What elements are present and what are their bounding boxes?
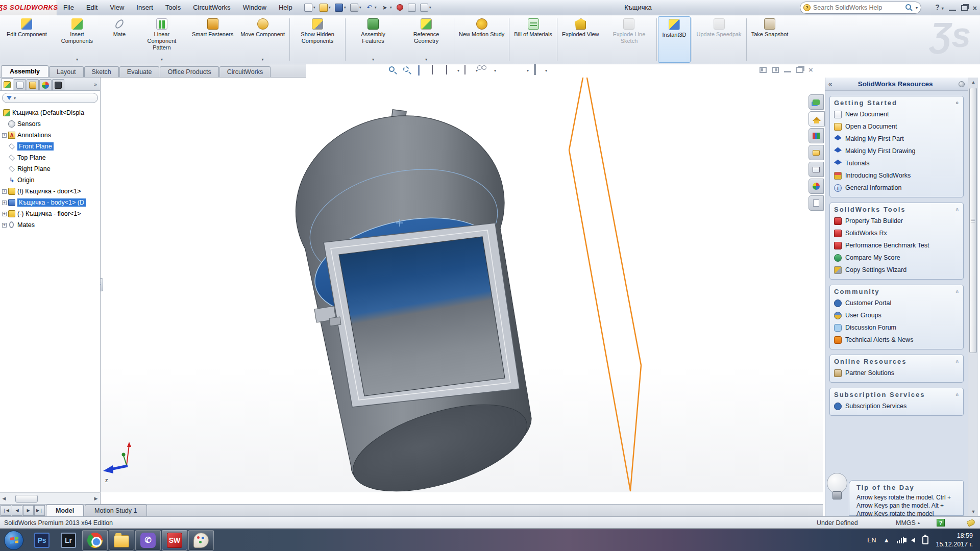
next-tab-button[interactable]: ▶ (23, 505, 34, 516)
link-new-document[interactable]: New Document (830, 108, 963, 120)
ribbon-button-move-component[interactable]: Move Component ▾ (237, 16, 288, 63)
ribbon-button-take-snapshot[interactable]: Take Snapshot (748, 16, 792, 63)
link-customer-portal[interactable]: Customer Portal (830, 297, 963, 309)
link-making-my-first-drawing[interactable]: Making My First Drawing (830, 145, 963, 157)
tab-evaluate[interactable]: Evaluate (119, 66, 160, 77)
menu-help[interactable]: Help (273, 0, 299, 15)
split-pane-left-icon[interactable] (760, 67, 767, 73)
section-header[interactable]: Subscription Services « (830, 388, 963, 400)
tree-item-top-plane[interactable]: Top Plane (1, 152, 100, 163)
ribbon-button-edit-component[interactable]: Edit Component (3, 16, 51, 63)
rebuild-button[interactable] (395, 3, 405, 12)
tree-item-right-plane[interactable]: Right Plane (1, 163, 100, 174)
ribbon-button-bill-of-materials[interactable]: Bill of Materials (510, 16, 556, 63)
link-solidworks-rx[interactable]: SolidWorks Rx (830, 227, 963, 239)
restore-button[interactable] (961, 5, 968, 11)
link-performance-benchmark-test[interactable]: Performance Benchmark Test (830, 239, 963, 252)
collapse-chevron-icon[interactable]: « (955, 208, 961, 211)
filter-dropdown-arrow[interactable]: ▾ (14, 96, 16, 101)
tab-design-library[interactable] (808, 128, 824, 143)
link-copy-settings-wizard[interactable]: Copy Settings Wizard (830, 264, 963, 276)
tree-item-floor[interactable]: + (-) Къщичка - floor<1> (1, 208, 100, 219)
first-tab-button[interactable]: ❘◀ (1, 505, 11, 516)
hide-show-items-icon[interactable] (482, 65, 492, 76)
ribbon-button-assembly-features[interactable]: Assembly Features ▾ (347, 16, 400, 63)
link-general-information[interactable]: iGeneral Information (830, 182, 963, 194)
menu-circuitworks[interactable]: CircuitWorks (187, 0, 236, 15)
menu-edit[interactable]: Edit (80, 0, 104, 15)
tab-configurationmanager[interactable] (27, 79, 39, 90)
ribbon-button-new-motion-study[interactable]: New Motion Study (455, 16, 508, 63)
tab-assembly[interactable]: Assembly (1, 65, 48, 77)
link-introducing-solidworks[interactable]: Introducing SolidWorks (830, 169, 963, 182)
prev-tab-button[interactable]: ◀ (12, 505, 22, 516)
tag-icon[interactable] (966, 518, 975, 527)
units-dropdown-arrow[interactable]: ▴ (918, 520, 920, 525)
horizontal-scrollbar[interactable]: ◀ ▶ (0, 492, 101, 504)
more-tabs-chevron[interactable]: » (94, 81, 97, 87)
link-tutorials[interactable]: Tutorials (830, 157, 963, 169)
zoom-to-fit-icon[interactable] (388, 65, 398, 76)
app-help-button[interactable]: ? ▾ (935, 2, 943, 14)
language-indicator[interactable]: EN (867, 537, 876, 544)
tree-item-mates[interactable]: + Mates (1, 219, 100, 231)
tab-motion-study-1[interactable]: Motion Study 1 (85, 505, 146, 516)
tree-item-origin[interactable]: ↳ Origin (1, 174, 100, 186)
collapse-chevron-icon[interactable]: « (955, 290, 961, 293)
link-user-groups[interactable]: User Groups (830, 309, 963, 321)
taskbar-app-paint[interactable] (188, 530, 214, 550)
tree-item-door[interactable]: + (f) Къщичка - door<1> (1, 186, 100, 197)
menu-window[interactable]: Window (237, 0, 273, 15)
collapse-chevron-icon[interactable]: « (955, 393, 961, 396)
taskbar-app-solidworks[interactable]: SW (162, 530, 187, 550)
menu-insert[interactable]: Insert (130, 0, 159, 15)
clock[interactable]: 18:59 15.12.2017 г. (936, 532, 973, 549)
dropdown-arrow-icon[interactable]: ▾ (262, 57, 264, 62)
tab-displaymanager[interactable] (39, 79, 52, 90)
section-header[interactable]: Online Resources « (830, 355, 963, 367)
search-icon[interactable] (905, 4, 913, 12)
doc-restore-icon[interactable] (796, 67, 803, 73)
view-orientation-icon[interactable] (445, 65, 455, 76)
collapse-chevron-icon[interactable]: « (955, 102, 961, 105)
minimize-button[interactable] (949, 5, 956, 11)
select-button[interactable]: ➤▾ (379, 3, 394, 13)
ribbon-button-mate[interactable]: Mate (104, 16, 135, 63)
split-pane-right-icon[interactable] (772, 67, 779, 73)
undo-button[interactable]: ↶▾ (364, 3, 378, 13)
section-header[interactable]: Community « (830, 285, 963, 297)
scroll-right-arrow[interactable]: ▶ (92, 496, 100, 501)
last-tab-button[interactable]: ▶❘ (34, 505, 45, 516)
new-document-button[interactable]: ▾ (303, 3, 317, 13)
hidden-icons-arrow[interactable]: ▲ (884, 537, 890, 544)
volume-icon[interactable] (911, 538, 915, 543)
dropdown-arrow-icon[interactable]: ▾ (545, 68, 547, 73)
taskbar-app-lightroom[interactable]: Lr (56, 530, 81, 550)
tree-item-front-plane[interactable]: Front Plane (1, 141, 100, 152)
link-open-a-document[interactable]: Open a Document (830, 120, 963, 133)
scroll-up-arrow[interactable]: ▲ (968, 78, 978, 87)
taskbar-app-photoshop[interactable]: Ps (29, 530, 55, 550)
tab-circuitworks-pane[interactable] (52, 79, 64, 90)
zoom-to-area-icon[interactable] (402, 65, 412, 76)
scroll-left-arrow[interactable]: ◀ (0, 496, 8, 501)
section-header[interactable]: Getting Started « (830, 96, 963, 108)
view-settings-icon[interactable] (500, 65, 510, 76)
link-property-tab-builder[interactable]: Property Tab Builder (830, 215, 963, 227)
tree-item-sensors[interactable]: Sensors (1, 118, 100, 130)
taskbar-app-chrome[interactable] (82, 530, 108, 550)
orange-sketch-outline[interactable] (569, 78, 641, 491)
print-button[interactable]: ▾ (349, 3, 363, 13)
vertical-scrollbar[interactable]: ▲ ——— ▼ (968, 78, 978, 516)
tab-view-palette[interactable] (808, 162, 824, 177)
ribbon-button-insert-components[interactable]: Insert Components ▾ (51, 16, 104, 63)
edit-appearance-icon[interactable] (514, 65, 525, 76)
dropdown-arrow-icon[interactable]: ▾ (76, 57, 78, 62)
tree-filter[interactable]: ▾ (2, 93, 98, 103)
tab-sketch[interactable]: Sketch (84, 66, 119, 77)
dropdown-arrow-icon[interactable]: ▾ (457, 68, 459, 73)
ribbon-button-exploded-view[interactable]: Exploded View (558, 16, 603, 63)
link-discussion-forum[interactable]: Discussion Forum (830, 321, 963, 334)
units-selector[interactable]: MMGS▴ (896, 519, 920, 527)
dropdown-arrow-icon[interactable]: ▾ (527, 68, 529, 73)
